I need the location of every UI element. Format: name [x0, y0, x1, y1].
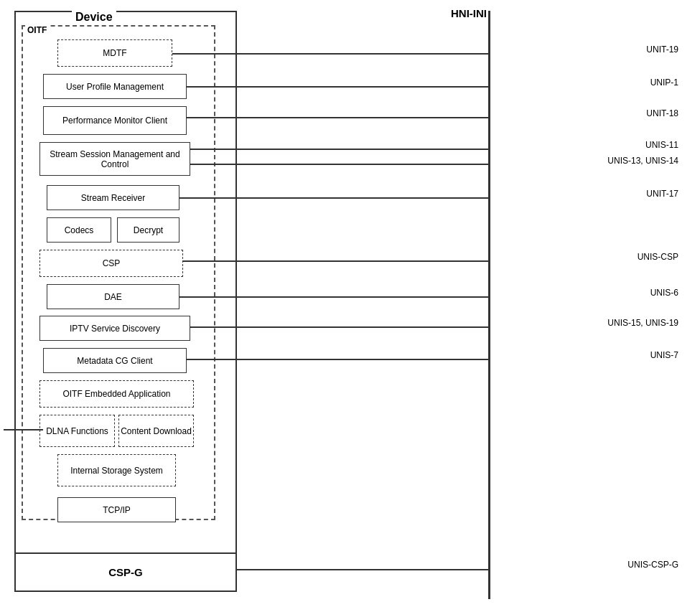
- unit17-line: [179, 197, 488, 199]
- hni-ini-label: HNI-INI: [451, 7, 487, 19]
- unis6-line: [179, 296, 488, 298]
- unis13-14-label: UNIS-13, UNIS-14: [607, 156, 678, 166]
- unit17-label: UNIT-17: [646, 189, 678, 199]
- tcpip-label: TCP/IP: [103, 505, 131, 515]
- stream-receiver-label: Stream Receiver: [81, 193, 145, 203]
- user-profile-label: User Profile Management: [66, 82, 164, 92]
- unit19-label: UNIT-19: [646, 44, 678, 55]
- unis6-label: UNIS-6: [650, 288, 678, 298]
- unis13-14-line: [190, 164, 488, 165]
- unis-csp-label: UNIS-CSP: [638, 252, 678, 262]
- mdtf-label: MDTF: [103, 48, 126, 58]
- user-profile-box: User Profile Management: [43, 74, 187, 99]
- unip1-label: UNIP-1: [650, 77, 678, 88]
- decrypt-label: Decrypt: [134, 225, 163, 235]
- device-label: Device: [72, 11, 116, 24]
- unis15-19-label: UNIS-15, UNIS-19: [607, 318, 678, 328]
- csp-g-box: CSP-G: [14, 552, 237, 592]
- content-download-box: Content Download: [118, 415, 194, 447]
- metadata-label: Metadata CG Client: [77, 356, 152, 366]
- oitf-embedded-label: OITF Embedded Application: [62, 389, 170, 399]
- oitf-label: OITF: [25, 25, 49, 35]
- unis11-label: UNIS-11: [645, 140, 678, 150]
- unis-csp-line: [183, 260, 488, 262]
- diagram: Device OITF HNI-INI MDTF User Profile Ma…: [0, 0, 700, 607]
- perf-monitor-box: Performance Monitor Client: [43, 106, 187, 135]
- unit19-line: [172, 53, 488, 55]
- unis7-line: [187, 359, 488, 360]
- csp-box: CSP: [39, 250, 183, 277]
- oitf-embedded-box: OITF Embedded Application: [39, 380, 194, 408]
- dae-label: DAE: [104, 292, 122, 302]
- codecs-label: Codecs: [65, 225, 94, 235]
- unip1-line: [187, 86, 488, 88]
- unis7-label: UNIS-7: [650, 350, 678, 360]
- stream-receiver-box: Stream Receiver: [47, 185, 179, 210]
- csp-label: CSP: [103, 258, 121, 268]
- content-download-label: Content Download: [121, 426, 192, 436]
- unis-csp-g-label: UNIS-CSP-G: [627, 560, 678, 570]
- mdtf-box: MDTF: [57, 39, 172, 67]
- dae-box: DAE: [47, 284, 179, 309]
- unis15-19-line: [190, 326, 488, 328]
- iptv-label: IPTV Service Discovery: [70, 324, 160, 334]
- internal-storage-box: Internal Storage System: [57, 454, 176, 486]
- dlna-label: DLNA Functions: [46, 426, 108, 436]
- perf-monitor-label: Performance Monitor Client: [62, 116, 167, 126]
- unis11-line: [190, 149, 488, 150]
- codecs-box: Codecs: [47, 217, 111, 243]
- hni-line: [488, 11, 490, 599]
- unit18-label: UNIT-18: [646, 108, 678, 118]
- stream-session-box: Stream Session Management and Control: [39, 142, 190, 176]
- unit18-line: [187, 117, 488, 118]
- stream-session-label: Stream Session Management and Control: [40, 149, 190, 169]
- dlna-left-line: [4, 429, 43, 430]
- dlna-box: DLNA Functions: [39, 415, 115, 447]
- internal-storage-label: Internal Storage System: [70, 466, 163, 476]
- iptv-box: IPTV Service Discovery: [39, 316, 190, 341]
- tcpip-box: TCP/IP: [57, 497, 176, 522]
- decrypt-box: Decrypt: [117, 217, 179, 243]
- csp-g-label: CSP-G: [108, 566, 143, 578]
- metadata-box: Metadata CG Client: [43, 348, 187, 373]
- unis-csp-g-line: [237, 569, 488, 570]
